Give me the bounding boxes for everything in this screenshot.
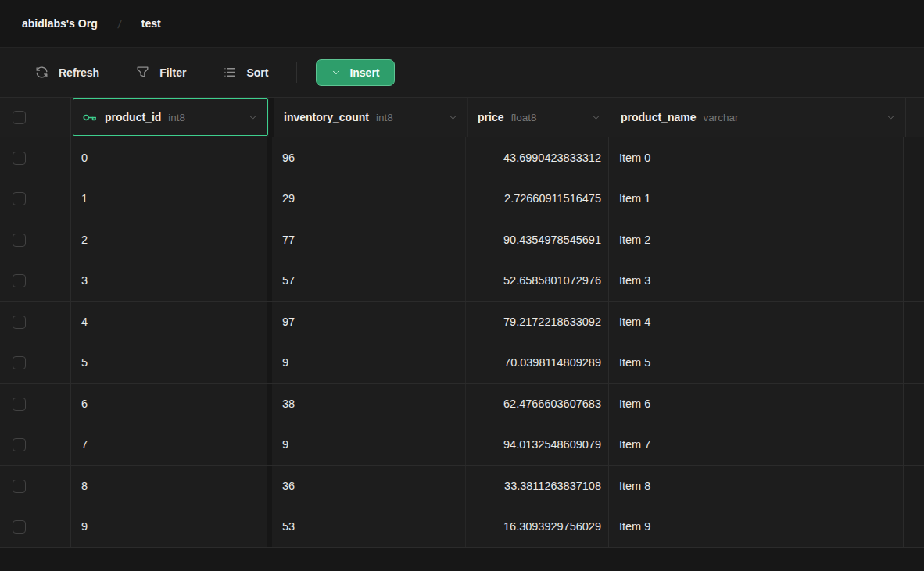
table-row: 0 96 43.6990423833312 Item 0 [0, 137, 924, 179]
cell-inventory_count[interactable]: 57 [272, 261, 465, 302]
cell-product_id[interactable]: 5 [71, 343, 267, 384]
row-select-cell [0, 302, 71, 343]
row-checkbox[interactable] [13, 234, 26, 247]
cell-inventory_count[interactable]: 29 [272, 179, 465, 219]
filter-button[interactable]: Filter [129, 60, 192, 84]
refresh-label: Refresh [59, 66, 99, 79]
cell-product_name[interactable]: Item 6 [609, 384, 904, 425]
column-type: int8 [168, 112, 185, 123]
sort-icon [222, 65, 237, 80]
row-select-cell [0, 466, 71, 507]
empty-column-spacer [904, 507, 924, 548]
row-checkbox[interactable] [13, 356, 26, 369]
sort-label: Sort [246, 66, 268, 79]
table-row: 5 9 70.0398114809289 Item 5 [0, 343, 924, 384]
cell-product_id[interactable]: 4 [71, 302, 267, 343]
cell-product_name[interactable]: Item 1 [609, 179, 904, 219]
cell-product_name[interactable]: Item 8 [609, 466, 904, 507]
cell-price[interactable]: 94.0132548609079 [465, 425, 609, 466]
cell-price[interactable]: 2.72660911516475 [465, 179, 609, 219]
empty-column-spacer [904, 137, 924, 179]
cell-product_id[interactable]: 1 [71, 179, 267, 219]
column-type: varchar [703, 112, 738, 123]
cell-product_name[interactable]: Item 0 [609, 137, 904, 179]
cell-product_name[interactable]: Item 7 [609, 425, 904, 466]
row-checkbox[interactable] [13, 152, 26, 165]
row-checkbox[interactable] [13, 520, 26, 534]
cell-price[interactable]: 16.3093929756029 [465, 507, 609, 548]
refresh-button[interactable]: Refresh [28, 60, 106, 84]
table-row: 1 29 2.72660911516475 Item 1 [0, 179, 924, 220]
column-gutter [267, 261, 272, 302]
row-checkbox[interactable] [13, 192, 26, 205]
empty-column-spacer [904, 384, 924, 425]
row-checkbox[interactable] [13, 316, 26, 329]
cell-product_id[interactable]: 2 [71, 219, 267, 261]
breadcrumb-table[interactable]: test [141, 17, 161, 30]
row-checkbox[interactable] [13, 438, 26, 451]
cell-product_name[interactable]: Item 2 [609, 219, 904, 261]
empty-column-spacer [904, 179, 924, 219]
table-row: 2 77 90.4354978545691 Item 2 [0, 219, 924, 261]
cell-price[interactable]: 70.0398114809289 [465, 343, 609, 384]
column-header-price[interactable]: price float8 [467, 98, 611, 137]
cell-price[interactable]: 43.6990423833312 [465, 137, 609, 179]
select-all-checkbox[interactable] [13, 111, 26, 124]
cell-product_id[interactable]: 3 [71, 261, 267, 302]
column-gutter [267, 384, 272, 425]
cell-product_name[interactable]: Item 4 [609, 302, 904, 343]
cell-inventory_count[interactable]: 36 [272, 466, 465, 507]
breadcrumb-org[interactable]: abidlabs's Org [22, 17, 98, 30]
cell-price[interactable]: 52.6585801072976 [465, 261, 609, 302]
column-type: float8 [510, 112, 536, 123]
cell-inventory_count[interactable]: 77 [272, 219, 465, 261]
filter-label: Filter [159, 66, 186, 79]
cell-inventory_count[interactable]: 38 [272, 384, 465, 425]
column-menu-chevron-icon[interactable] [248, 112, 258, 123]
cell-product_id[interactable]: 8 [71, 466, 267, 507]
cell-product_id[interactable]: 7 [71, 425, 267, 466]
refresh-icon [34, 65, 49, 80]
chevron-down-icon [331, 67, 342, 78]
table-row: 8 36 33.3811263837108 Item 8 [0, 466, 924, 507]
cell-product_id[interactable]: 9 [71, 507, 267, 548]
empty-column-spacer [904, 302, 924, 343]
column-header-product_id[interactable]: product_id int8 [73, 98, 268, 136]
primary-key-icon [83, 112, 98, 123]
column-header-product_name[interactable]: product_name varchar [611, 98, 906, 137]
cell-inventory_count[interactable]: 96 [272, 137, 465, 179]
row-checkbox[interactable] [13, 480, 26, 493]
cell-product_name[interactable]: Item 5 [609, 343, 904, 384]
column-menu-chevron-icon[interactable] [591, 112, 601, 123]
cell-price[interactable]: 33.3811263837108 [465, 466, 609, 507]
cell-product_name[interactable]: Item 9 [609, 507, 904, 548]
toolbar-divider [296, 62, 297, 83]
cell-inventory_count[interactable]: 97 [272, 302, 465, 343]
cell-inventory_count[interactable]: 9 [272, 343, 465, 384]
column-menu-chevron-icon[interactable] [448, 112, 458, 123]
row-checkbox[interactable] [13, 274, 26, 287]
cell-price[interactable]: 62.4766603607683 [465, 384, 609, 425]
select-all-cell [0, 98, 71, 137]
column-gutter [267, 219, 272, 261]
row-checkbox[interactable] [13, 398, 26, 411]
empty-column-spacer [904, 261, 924, 302]
insert-button[interactable]: Insert [316, 59, 394, 86]
column-menu-chevron-icon[interactable] [886, 112, 896, 123]
cell-inventory_count[interactable]: 53 [272, 507, 465, 548]
cell-product_name[interactable]: Item 3 [609, 261, 904, 302]
column-header-inventory_count[interactable]: inventory_count int8 [274, 98, 467, 137]
column-gutter [267, 179, 272, 219]
cell-price[interactable]: 79.2172218633092 [465, 302, 609, 343]
empty-column-spacer [906, 98, 924, 137]
column-gutter [267, 302, 272, 343]
cell-price[interactable]: 90.4354978545691 [465, 219, 609, 261]
cell-product_id[interactable]: 0 [71, 137, 267, 179]
sort-button[interactable]: Sort [216, 60, 274, 84]
cell-product_id[interactable]: 6 [71, 384, 267, 425]
empty-column-spacer [904, 343, 924, 384]
cell-inventory_count[interactable]: 9 [272, 425, 465, 466]
column-gutter [267, 343, 272, 384]
row-select-cell [0, 343, 71, 384]
row-select-cell [0, 425, 71, 466]
